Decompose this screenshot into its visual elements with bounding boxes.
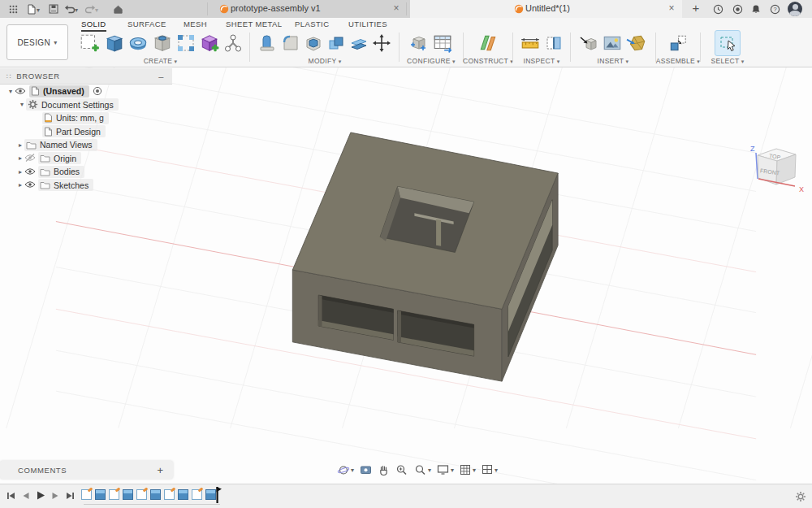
dropdown-caret-icon[interactable]: ▾ — [428, 467, 431, 474]
visibility-eye-off-icon[interactable] — [24, 154, 36, 163]
tree-label[interactable]: Bodies — [54, 167, 80, 176]
timeline-feature-sketch[interactable] — [192, 489, 202, 500]
tree-label[interactable]: (Unsaved) — [43, 86, 84, 96]
timeline-feature-sketch[interactable] — [136, 489, 147, 500]
timeline-feature-extrude[interactable] — [95, 489, 106, 500]
workspace-switcher[interactable]: DESIGN▾ — [6, 24, 68, 60]
tree-label[interactable]: Sketches — [54, 180, 89, 190]
visibility-eye-icon[interactable] — [24, 167, 36, 176]
measure-icon[interactable] — [520, 33, 541, 54]
shell-icon[interactable] — [304, 33, 323, 54]
dropdown-caret-icon[interactable]: ▾ — [495, 467, 498, 474]
collapse-caret-icon[interactable]: ▸ — [16, 181, 24, 189]
offset-face-icon[interactable] — [349, 33, 369, 54]
configuration-table-icon[interactable] — [432, 33, 453, 54]
tab-prototype-title[interactable]: prototype-assembly v1 — [231, 3, 321, 13]
fit-tool[interactable]: ▾ — [414, 464, 431, 476]
zoom-tool[interactable] — [395, 464, 408, 476]
tree-label[interactable]: Document Settings — [41, 100, 114, 110]
timeline-feature-extrude[interactable] — [150, 489, 161, 500]
ribbon-tab-mesh[interactable]: MESH — [184, 20, 207, 30]
user-avatar[interactable] — [788, 2, 802, 16]
tree-row-document-settings[interactable]: ▾ Document Settings — [0, 98, 172, 112]
insert-derive-icon[interactable] — [579, 33, 598, 54]
timeline-feature-sketch[interactable] — [164, 489, 175, 500]
group-label-insert[interactable]: INSERT — [598, 57, 629, 65]
collapse-caret-icon[interactable]: ▸ — [16, 154, 24, 162]
tree-label[interactable]: Part Design — [56, 127, 101, 137]
undo-caret-icon[interactable]: ▾ — [75, 7, 78, 14]
collapse-caret-icon[interactable]: ▸ — [16, 168, 24, 176]
tab-untitled-title[interactable]: Untitled*(1) — [525, 3, 570, 13]
active-component-radio-icon[interactable] — [93, 86, 102, 96]
insert-mesh-icon[interactable] — [626, 33, 647, 54]
tree-row-part-design[interactable]: Part Design — [0, 125, 172, 139]
group-label-modify[interactable]: MODIFY — [309, 57, 342, 65]
app-grid-icon[interactable] — [6, 2, 19, 15]
fillet-icon[interactable] — [281, 33, 300, 54]
dropdown-caret-icon[interactable]: ▾ — [473, 467, 476, 474]
insert-canvas-icon[interactable] — [602, 33, 623, 54]
ribbon-tab-solid[interactable]: SOLID — [81, 20, 106, 32]
grid-settings[interactable]: ▾ — [460, 464, 476, 475]
tree-label[interactable]: Origin — [54, 154, 76, 163]
collapse-caret-icon[interactable]: ▸ — [16, 141, 24, 149]
look-at-tool[interactable] — [360, 464, 372, 475]
create-sketch-icon[interactable] — [79, 33, 100, 54]
viewports-settings[interactable]: ▾ — [482, 464, 498, 475]
tree-row-named-views[interactable]: ▸ Named Views — [0, 138, 172, 152]
group-label-inspect[interactable]: INSPECT — [523, 57, 559, 65]
redo-caret-icon[interactable]: ▾ — [95, 7, 98, 14]
timeline-position-marker[interactable] — [213, 487, 222, 506]
display-settings[interactable]: ▾ — [437, 464, 454, 475]
new-component-icon[interactable] — [667, 33, 689, 54]
press-pull-icon[interactable] — [258, 33, 278, 54]
save-icon[interactable] — [47, 2, 60, 15]
dropdown-caret-icon[interactable]: ▾ — [451, 467, 454, 474]
hole-icon[interactable] — [152, 33, 173, 54]
comments-bar[interactable]: COMMENTS + — [0, 461, 173, 479]
add-comment-button[interactable]: + — [157, 464, 163, 476]
timeline-settings-gear-icon[interactable] — [795, 491, 806, 502]
select-tool-active[interactable] — [715, 30, 741, 56]
pipe-route-icon[interactable] — [223, 33, 243, 54]
ribbon-tab-plastic[interactable]: PLASTIC — [295, 20, 329, 30]
panel-grip-icon[interactable]: ∷ — [6, 72, 11, 80]
visibility-eye-icon[interactable] — [15, 87, 26, 95]
revolve-icon[interactable] — [127, 33, 149, 54]
viewcube[interactable]: TOP FRONT Z X — [731, 138, 812, 211]
ribbon-tab-sheetmetal[interactable]: SHEET METAL — [226, 20, 283, 30]
tab-untitled-close-icon[interactable]: × — [666, 2, 677, 14]
tree-row-bodies[interactable]: ▸ Bodies — [0, 165, 172, 179]
timeline-feature-sketch[interactable] — [81, 489, 92, 500]
timeline-feature-extrude[interactable] — [123, 489, 133, 500]
group-label-configure[interactable]: CONFIGURE — [407, 57, 456, 65]
expand-caret-icon[interactable]: ▾ — [18, 101, 26, 108]
timeline-feature-sketch[interactable] — [109, 489, 119, 500]
section-analysis-icon[interactable] — [544, 33, 564, 54]
skip-to-end-icon[interactable] — [65, 491, 75, 501]
orbit-tool[interactable]: ▾ — [337, 464, 354, 476]
tree-label[interactable]: Named Views — [40, 140, 93, 150]
browser-header[interactable]: ∷ BROWSER – — [0, 68, 172, 85]
combine-icon[interactable] — [326, 33, 346, 54]
ribbon-tab-surface[interactable]: SURFACE — [127, 20, 166, 30]
skip-to-start-icon[interactable] — [6, 491, 16, 501]
timeline-feature-extrude[interactable] — [178, 489, 188, 500]
expand-caret-icon[interactable]: ▾ — [6, 88, 15, 95]
home-icon[interactable] — [111, 2, 124, 15]
new-tab-button[interactable]: + — [689, 1, 702, 15]
pan-tool[interactable] — [378, 464, 390, 476]
group-label-assemble[interactable]: ASSEMBLE — [656, 57, 700, 65]
group-label-create[interactable]: CREATE — [144, 57, 178, 65]
ribbon-tab-utilities[interactable]: UTILITIES — [348, 20, 387, 30]
play-icon[interactable] — [36, 490, 45, 501]
tree-row-origin[interactable]: ▸ Origin — [0, 152, 172, 166]
tree-row-sketches[interactable]: ▸ Sketches — [0, 179, 172, 193]
browser-collapse-button[interactable]: – — [158, 72, 164, 81]
tree-row-units[interactable]: Units: mm, g — [0, 111, 172, 125]
dropdown-caret-icon[interactable]: ▾ — [351, 467, 354, 474]
notifications-bell-icon[interactable] — [749, 2, 762, 15]
job-status-icon[interactable] — [711, 2, 724, 15]
group-label-construct[interactable]: CONSTRUCT — [463, 57, 513, 65]
